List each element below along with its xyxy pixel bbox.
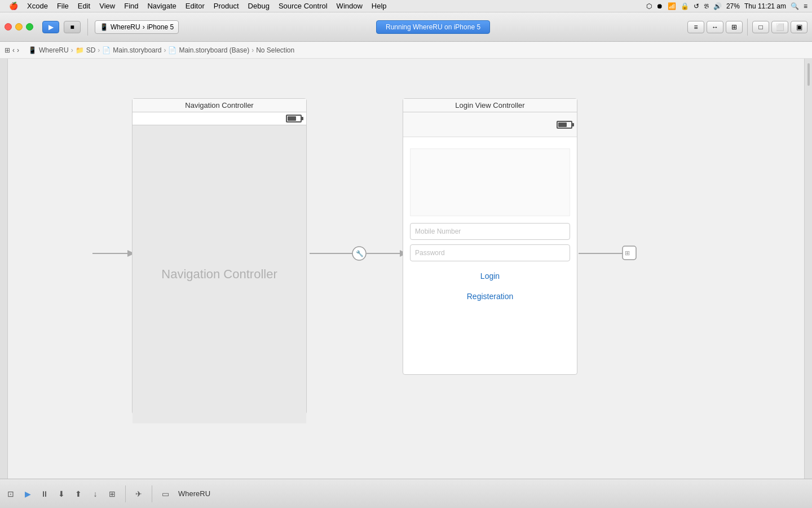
status-pill: Running WhereRU on iPhone 5 [376, 20, 490, 34]
nav-controller-scene: Navigation Controller Navigation Control… [132, 98, 307, 414]
nav-status-bar [133, 112, 306, 125]
minimize-button[interactable] [15, 23, 23, 30]
battery-display: 27% [726, 2, 740, 10]
breadcrumb-item-0[interactable]: WhereRU [39, 46, 69, 54]
sep3: › [251, 46, 254, 54]
login-controller-scene: Login View Controller Mobile Number Pass… [403, 98, 577, 375]
hide-utilities-button[interactable]: ▣ [791, 21, 807, 33]
password-field[interactable]: Password [410, 244, 570, 261]
breadcrumb-item-3[interactable]: Main.storyboard (Base) [179, 46, 249, 54]
register-button[interactable]: Registeration [410, 286, 570, 306]
record-icon: ⏺ [656, 2, 663, 10]
volume-icon: 🔊 [713, 2, 722, 10]
menu-view[interactable]: View [95, 2, 120, 10]
navigator-toggle-icon[interactable]: ⊞ [5, 46, 10, 54]
sep0: › [71, 46, 73, 54]
scheme-device-name: iPhone 5 [147, 23, 174, 31]
apple-menu[interactable]: 🍎 [5, 2, 23, 10]
nav-battery-icon [286, 115, 302, 122]
menu-editor[interactable]: Editor [181, 2, 209, 10]
menu-window[interactable]: Window [332, 2, 367, 10]
dropbox-icon: ⬡ [646, 2, 652, 10]
sidebar-toggle[interactable] [0, 59, 8, 479]
canvas-arrows: 🔧 ⊞ [19, 70, 696, 479]
storyboard-canvas: 🔧 ⊞ Navigation Controller [19, 70, 696, 479]
bottom-project-label: WhereRU [178, 489, 210, 498]
menu-navigate[interactable]: Navigate [143, 2, 180, 10]
right-inspector-panel [804, 59, 812, 479]
search-icon[interactable]: 🔍 [791, 2, 799, 10]
battery-fill [288, 116, 296, 121]
clock-display: Thu 11:21 am [744, 2, 786, 10]
run-button[interactable]: ▶ [42, 21, 59, 33]
bottom-separator2 [152, 485, 152, 502]
menu-find[interactable]: Find [120, 2, 143, 10]
canvas-area[interactable]: 🔧 ⊞ Navigation Controller [8, 59, 804, 479]
bottom-layout-icon[interactable]: ⊡ [5, 488, 17, 500]
svg-point-3 [352, 247, 366, 260]
maximize-button[interactable] [26, 23, 33, 30]
breadcrumb-nav-forward[interactable]: › [17, 46, 19, 54]
nav-controller-body: Navigation Controller [133, 125, 306, 423]
login-button[interactable]: Login [410, 266, 570, 286]
bottom-pause-icon[interactable]: ⏸ [38, 488, 51, 500]
menu-product[interactable]: Product [209, 2, 244, 10]
hide-navigator-button[interactable]: □ [752, 21, 769, 33]
show-debugger-button[interactable]: ⬜ [771, 21, 788, 33]
separator2 [747, 19, 748, 36]
app-icon-small: 📱 [100, 23, 108, 31]
toolbar-right-buttons: ≡ ↔ ⊞ □ ⬜ ▣ [687, 19, 807, 36]
stop-button[interactable]: ■ [64, 21, 81, 33]
breadcrumb-item-2[interactable]: Main.storyboard [113, 46, 161, 54]
mobile-placeholder: Mobile Number [415, 227, 461, 235]
list-icon[interactable]: ≡ [804, 2, 807, 10]
menu-edit[interactable]: Edit [73, 2, 95, 10]
close-button[interactable] [5, 23, 12, 30]
breadcrumb-icon-0: 📱 [28, 46, 37, 54]
separator [87, 19, 88, 36]
wifi-icon: 📶 [668, 2, 676, 10]
mobile-field[interactable]: Mobile Number [410, 223, 570, 240]
nav-controller-label: Navigation Controller [161, 267, 277, 282]
menu-debug[interactable]: Debug [244, 2, 274, 10]
battery-tip [302, 117, 303, 120]
status-area: Running WhereRU on iPhone 5 [183, 20, 683, 34]
menu-bar: 🍎 Xcode File Edit View Find Navigate Edi… [0, 0, 812, 12]
menubar-right: ⬡ ⏺ 📶 🔒 ↺ 𝔅 🔊 27% Thu 11:21 am 🔍 ≡ [646, 2, 807, 10]
bottom-upload-icon[interactable]: ⬆ [72, 488, 85, 500]
menu-file[interactable]: File [52, 2, 73, 10]
bottom-view-icon[interactable]: ⊞ [106, 488, 118, 500]
svg-rect-8 [623, 246, 636, 260]
editor-version-button[interactable]: ⊞ [726, 21, 743, 33]
login-content: Mobile Number Password Login Registerati… [403, 137, 577, 318]
sep1: › [98, 46, 100, 54]
breadcrumb-nav-back[interactable]: ‹ [12, 46, 15, 54]
breadcrumb-icon-2: 📄 [102, 46, 111, 54]
svg-text:🔧: 🔧 [356, 249, 364, 257]
editor-standard-button[interactable]: ≡ [687, 21, 704, 33]
menu-source-control[interactable]: Source Control [274, 2, 332, 10]
editor-assistant-button[interactable]: ↔ [707, 21, 723, 33]
toolbar: ▶ ■ 📱 WhereRU › iPhone 5 Running WhereRU… [0, 12, 812, 42]
bottom-pointer-icon[interactable]: ▶ [21, 488, 34, 500]
time-machine-icon: ↺ [694, 2, 699, 10]
bottom-download-icon[interactable]: ⬇ [55, 488, 68, 500]
right-panel-handle[interactable] [807, 63, 810, 86]
breadcrumb-item-4[interactable]: No Selection [256, 46, 294, 54]
main-layout: 🔧 ⊞ Navigation Controller [0, 59, 812, 479]
login-battery-tip [572, 123, 574, 126]
bottom-share-icon[interactable]: ✈ [133, 488, 145, 500]
scheme-separator: › [143, 23, 145, 31]
bottom-rect-icon[interactable]: ▭ [159, 488, 171, 500]
login-image-area [410, 148, 570, 216]
menu-xcode[interactable]: Xcode [23, 2, 52, 10]
breadcrumb-item-1[interactable]: SD [86, 46, 96, 54]
traffic-lights [5, 23, 33, 30]
menu-help[interactable]: Help [367, 2, 391, 10]
nav-controller-title: Navigation Controller [133, 99, 306, 112]
password-placeholder: Password [415, 249, 445, 257]
sep2: › [164, 46, 166, 54]
bottom-down-icon[interactable]: ↓ [89, 488, 102, 500]
login-controller-title: Login View Controller [403, 99, 577, 112]
scheme-selector[interactable]: 📱 WhereRU › iPhone 5 [95, 20, 179, 34]
